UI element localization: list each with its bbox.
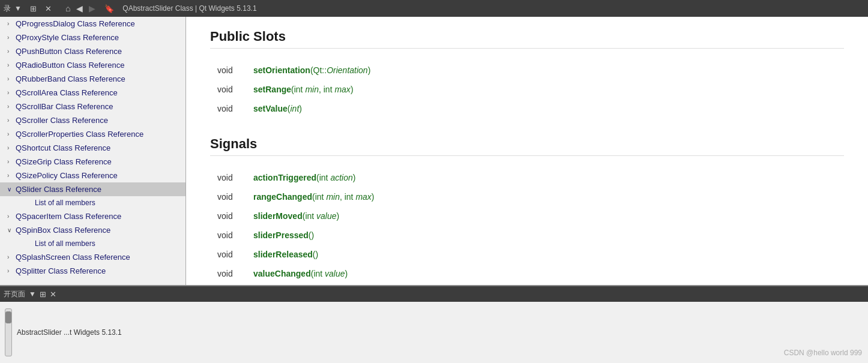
back-btn[interactable]: ◀ [74,3,85,14]
member-link[interactable]: sliderPressed [253,230,309,240]
member-type: void [210,226,246,245]
member-link[interactable]: setOrientation [253,65,310,75]
member-name[interactable]: setRange(int min, int max) [246,80,844,99]
table-row: voidsliderPressed() [210,226,844,245]
sidebar-arrow: › [7,145,13,151]
main-area: ›QProgressDialog Class Reference›QProxyS… [0,17,868,285]
sidebar-item-label: QSizePolicy Class Reference [16,171,118,180]
table-row: voidsliderReleased() [210,245,844,264]
sidebar-arrow: › [7,89,13,96]
member-link[interactable]: setRange [253,85,291,94]
sidebar-item[interactable]: ›QRadioButton Class Reference [0,58,185,72]
sidebar-item[interactable]: ›QScrollerProperties Class Reference [0,127,185,141]
member-type: void [210,61,246,80]
sidebar-arrow: ∨ [7,186,13,193]
param-name-italic: min [305,85,319,94]
sidebar-item[interactable]: ›QShortcut Class Reference [0,141,185,155]
table-row: voidvalueChanged(int value) [210,264,844,283]
sidebar-item-label: QScrollArea Class Reference [16,88,118,97]
bottom-toolbar: 开页面 ▼ ⊞ ✕ [0,286,868,302]
sidebar-arrow: ∨ [7,227,13,233]
bottom-dropdown[interactable]: ▼ [29,290,36,298]
bottom-content: AbstractSlider ...t Widgets 5.13.1 [0,302,868,363]
icon-close-btn[interactable]: ✕ [43,3,54,14]
member-table: voidsetOrientation(Qt::Orientation)voids… [210,61,844,118]
top-toolbar: 录 ▼ ⊞ ✕ ⌂ ◀ ▶ 🔖 QAbstractSlider Class | … [0,0,868,17]
sidebar-item[interactable]: ›QProgressDialog Class Reference [0,17,185,31]
param-type-italic: int [291,104,300,113]
table-row: voidsetOrientation(Qt::Orientation) [210,61,844,80]
sidebar-item[interactable]: ›QRubberBand Class Reference [0,72,185,86]
sidebar-item[interactable]: ›QSizePolicy Class Reference [0,169,185,182]
sidebar-arrow: › [7,158,13,165]
sidebar-item-label: QRadioButton Class Reference [16,61,124,70]
table-row: voidrangeChanged(int min, int max) [210,187,844,206]
member-type: void [210,245,246,264]
member-name[interactable]: sliderReleased() [246,245,844,264]
sidebar-item-label: List of all members [35,239,95,248]
sidebar-item[interactable]: ›QScrollArea Class Reference [0,86,185,100]
param-name-italic: max [334,85,350,94]
sidebar-arrow: › [7,131,13,137]
bottom-icon-grid[interactable]: ⊞ [40,290,46,299]
sidebar-item[interactable]: ›QScroller Class Reference [0,113,185,127]
member-name[interactable]: setOrientation(Qt::Orientation) [246,61,844,80]
sidebar-arrow: › [7,34,13,41]
bookmark-icon: 🔖 [104,4,114,13]
bottom-label: 开页面 [4,289,25,299]
sidebar-arrow: › [7,76,13,82]
sidebar-item-label: List of all members [35,199,95,207]
content-area: Public SlotsvoidsetOrientation(Qt::Orien… [186,17,868,285]
member-link[interactable]: valueChanged [253,269,311,278]
sidebar-item[interactable]: ›QSpacerItem Class Reference [0,209,185,223]
sidebar-item[interactable]: List of all members [0,237,185,250]
member-link[interactable]: rangeChanged [253,192,312,202]
forward-btn[interactable]: ▶ [87,3,97,14]
sidebar-item-label: QSplitter Class Reference [16,266,106,275]
member-name[interactable]: actionTriggered(int action) [246,168,844,187]
sidebar-item-label: QScrollBar Class Reference [16,102,113,111]
sidebar-item[interactable]: ›QSplashScreen Class Reference [0,250,185,264]
icon-grid-btn[interactable]: ⊞ [28,3,39,14]
member-name[interactable]: setValue(int) [246,99,844,118]
member-name[interactable]: sliderPressed() [246,226,844,245]
sidebar-arrow: › [7,254,13,260]
bottom-panel: 开页面 ▼ ⊞ ✕ AbstractSlider ...t Widgets 5.… [0,285,868,363]
sidebar-item[interactable]: ›QSplitter Class Reference [0,264,185,278]
sidebar-item[interactable]: ∨QSlider Class Reference [0,182,185,196]
member-link[interactable]: sliderMoved [253,211,303,221]
member-link[interactable]: setValue [253,104,288,113]
sidebar-arrow: › [7,103,13,110]
sidebar-item[interactable]: ›QProxyStyle Class Reference [0,31,185,44]
sidebar-item-label: QProgressDialog Class Reference [16,19,135,28]
toc-dropdown-arrow[interactable]: ▼ [14,4,22,13]
sidebar-item[interactable]: ∨QSpinBox Class Reference [0,223,185,237]
sidebar-arrow: › [7,268,13,274]
param-name-italic: value [316,211,336,221]
home-btn[interactable]: ⌂ [64,3,72,14]
bottom-breadcrumb: AbstractSlider ...t Widgets 5.13.1 [17,328,122,337]
scroll-thumb [5,311,11,323]
table-row: voidsetValue(int) [210,99,844,118]
sidebar-arrow: › [7,172,13,179]
member-link[interactable]: actionTriggered [253,173,316,182]
member-name[interactable]: sliderMoved(int value) [246,206,844,226]
member-link[interactable]: sliderReleased [253,250,313,259]
sidebar-item-label: QScroller Class Reference [16,116,108,125]
param-name-italic: value [325,269,345,278]
sidebar-item[interactable]: ›QScrollBar Class Reference [0,100,185,113]
sidebar-arrow: › [7,48,13,55]
member-name[interactable]: rangeChanged(int min, int max) [246,187,844,206]
member-name[interactable]: valueChanged(int value) [246,264,844,283]
sidebar-arrow: › [7,62,13,68]
bottom-icon-close[interactable]: ✕ [50,290,56,299]
sidebar-item[interactable]: List of all members [0,196,185,209]
sidebar-item[interactable]: ›QSizeGrip Class Reference [0,155,185,169]
param-italic: Orientation [327,65,367,75]
toc-label: 录 [4,4,11,14]
section-title: Signals [210,136,844,156]
sidebar-item-label: QSizeGrip Class Reference [16,157,112,166]
sidebar-item[interactable]: ›QPushButton Class Reference [0,44,185,58]
member-type: void [210,168,246,187]
member-table: voidactionTriggered(int action)voidrange… [210,168,844,283]
